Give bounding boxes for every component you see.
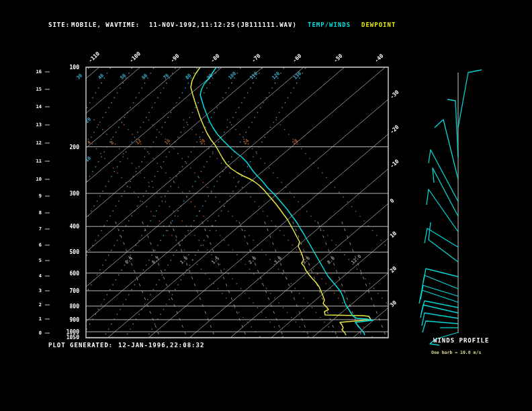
pressure-axis-label: 200 — [47, 144, 79, 150]
pressure-axis-label: 500 — [47, 249, 79, 255]
height-axis-label: 13 — [28, 122, 42, 128]
height-axis-label: 15 — [28, 87, 42, 92]
height-axis-label: 1 — [28, 316, 42, 322]
pressure-axis-label: 900 — [47, 317, 79, 323]
file-name: (JB111111.WAV) — [236, 21, 297, 28]
plot-generated-label: PLOT GENERATED: — [48, 342, 113, 349]
pressure-axis-label: 1050 — [47, 334, 79, 340]
pressure-axis-label: 100 — [47, 64, 79, 71]
height-axis-label: 3 — [28, 288, 42, 293]
site-value: MOBILE, WAV — [71, 21, 119, 28]
height-axis-label: 10 — [28, 177, 42, 182]
height-axis-label: 7 — [28, 226, 42, 232]
height-axis-label: 6 — [28, 242, 42, 248]
wind-barb-scale-note: One barb = 10.0 m/s — [431, 350, 481, 355]
skewt-app-window: SITE: MOBILE, WAV TIME: 11-NOV-1992,11:1… — [0, 0, 532, 411]
pressure-axis-label: 600 — [47, 271, 79, 277]
height-axis-label: 16 — [28, 69, 42, 75]
dewpoint-legend: DEWPOINT — [361, 21, 396, 28]
height-axis-label: 2 — [28, 302, 42, 308]
winds-profile-title: WINDS PROFILE — [433, 337, 489, 344]
pressure-axis-label: 300 — [47, 191, 79, 197]
height-axis-label: 0 — [28, 330, 42, 336]
height-axis-label: 5 — [28, 258, 42, 263]
time-value: 11-NOV-1992,11:12:25 — [149, 21, 235, 28]
height-axis-label: 12 — [28, 140, 42, 146]
time-label: TIME: — [118, 21, 140, 28]
site-label: SITE: — [48, 21, 70, 28]
height-axis-label: 4 — [28, 273, 42, 279]
height-axis-label: 11 — [28, 158, 42, 164]
height-axis-label: 9 — [28, 193, 42, 199]
height-axis-label: 8 — [28, 210, 42, 216]
pressure-axis-label: 400 — [47, 224, 79, 230]
pressure-axis-label: 700 — [47, 288, 79, 294]
plot-generated-value: 12-JAN-1996,22:08:32 — [118, 342, 204, 349]
height-axis-label: 14 — [28, 104, 42, 109]
pressure-axis-label: 800 — [47, 304, 79, 310]
temp-winds-legend: TEMP/WINDS — [308, 21, 351, 28]
